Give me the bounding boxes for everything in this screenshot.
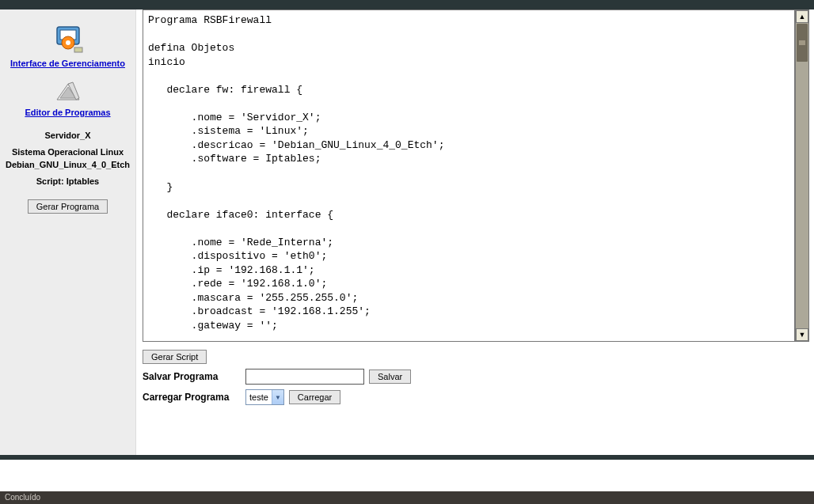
scroll-up-arrow[interactable]: ▲ [796, 10, 808, 23]
server-name-label: Servidor_X [3, 130, 132, 142]
status-text: Concluído [5, 493, 40, 502]
main-panel: ▲ ▼ Gerar Script Salvar Programa Salvar … [136, 9, 814, 455]
editor-icon [0, 81, 135, 104]
scroll-down-arrow[interactable]: ▼ [796, 328, 808, 341]
generate-program-button[interactable]: Gerar Programa [28, 199, 108, 214]
load-program-select[interactable]: teste ▼ [245, 389, 284, 405]
footer-gap [0, 460, 814, 491]
svg-rect-4 [74, 47, 82, 52]
scroll-thumb[interactable] [797, 24, 808, 62]
management-link[interactable]: Interface de Gerenciamento [0, 59, 135, 68]
os-line1: Sistema Operacional Linux [3, 146, 132, 158]
save-button[interactable]: Salvar [369, 369, 411, 384]
sidebar: Interface de Gerenciamento Editor de Pro… [0, 9, 136, 455]
svg-point-3 [66, 40, 70, 45]
save-program-label: Salvar Programa [143, 371, 245, 382]
os-line2: Debian_GNU_Linux_4_0_Etch [3, 159, 132, 171]
code-editor-wrap: ▲ ▼ [136, 9, 814, 343]
code-editor[interactable] [143, 9, 795, 342]
management-icon [0, 24, 135, 55]
load-program-label: Carregar Programa [143, 392, 245, 403]
status-bar: Concluído [0, 491, 814, 504]
controls-panel: Gerar Script Salvar Programa Salvar Carr… [143, 350, 814, 405]
load-program-select-value: teste [246, 392, 272, 403]
window-topbar [0, 0, 814, 9]
os-info: Sistema Operacional Linux Debian_GNU_Lin… [3, 146, 132, 171]
vertical-scrollbar[interactable]: ▲ ▼ [795, 9, 809, 342]
script-info: Script: Iptables [3, 176, 132, 188]
load-button[interactable]: Carregar [289, 390, 340, 404]
save-program-input[interactable] [245, 369, 364, 385]
chevron-down-icon[interactable]: ▼ [272, 390, 283, 404]
generate-script-button[interactable]: Gerar Script [143, 350, 207, 364]
editor-link[interactable]: Editor de Programas [0, 108, 135, 117]
main-container: Interface de Gerenciamento Editor de Pro… [0, 9, 814, 455]
